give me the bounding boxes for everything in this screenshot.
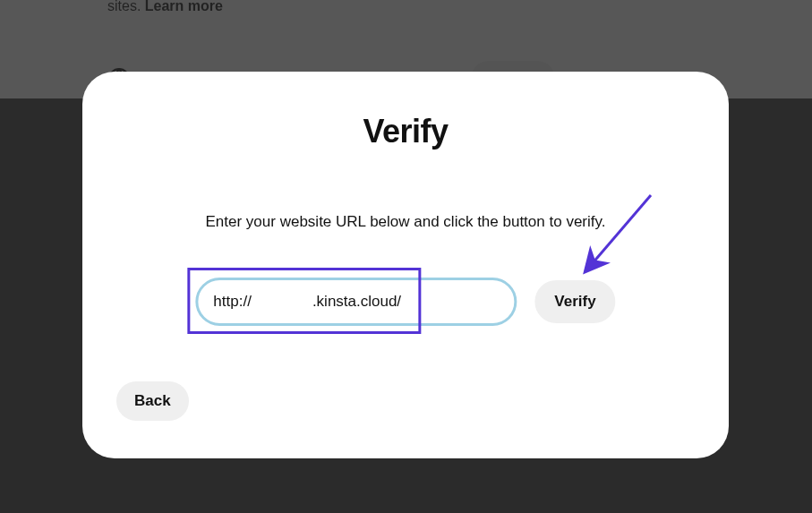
modal-subtitle: Enter your website URL below and click t… bbox=[82, 213, 729, 231]
url-input-wrapper: http://.kinsta.cloud/ bbox=[195, 278, 517, 326]
url-input-row: http://.kinsta.cloud/ Verify bbox=[195, 278, 615, 326]
modal-title: Verify bbox=[82, 113, 729, 150]
annotation-arrow-icon bbox=[570, 188, 678, 286]
verify-button[interactable]: Verify bbox=[534, 280, 615, 323]
website-url-input[interactable] bbox=[195, 278, 517, 326]
svg-line-2 bbox=[586, 195, 651, 270]
back-button[interactable]: Back bbox=[116, 381, 189, 421]
verify-modal: Verify Enter your website URL below and … bbox=[82, 72, 729, 458]
